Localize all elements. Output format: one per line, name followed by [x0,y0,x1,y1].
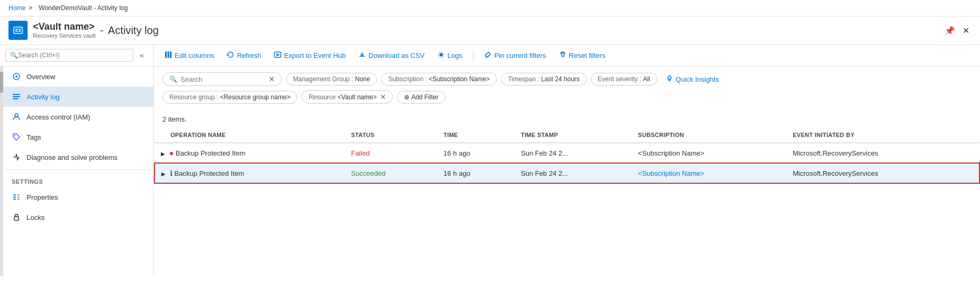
sidebar-item-label: Overview [27,73,55,81]
toolbar: Edit columns Refresh Export to Event Hub… [154,45,980,67]
chip-label: Timespan : [508,75,541,83]
chip-label: Subscription : [388,75,428,83]
sidebar-collapse-btn[interactable]: « [135,49,148,62]
cell-subscription: <Subscription Name> [632,143,786,163]
sidebar-search-input[interactable] [18,52,128,59]
download-icon [358,51,366,60]
sidebar-item-properties[interactable]: Properties [3,187,153,207]
chip-event-severity[interactable]: Event severity : All [591,73,657,86]
svg-point-4 [15,75,18,78]
reset-filters-icon [559,51,566,60]
cell-status: Succeeded [345,163,437,183]
refresh-button[interactable]: Refresh [225,50,263,61]
page-header: <Vault name> Recovery Services vault - A… [0,16,980,45]
pin-button[interactable]: 📌 [942,23,957,38]
cell-operation: ▶ ● Backup Protected Item [154,143,345,163]
export-icon [274,51,281,60]
filter-area: 🔍 ✕ Management Group : None Subscription… [154,67,980,113]
sidebar-nav: Overview Activity log Access control (IA… [3,66,153,276]
cell-time: 16 h ago [437,143,514,163]
sidebar-item-label: Properties [27,193,58,201]
sidebar-item-activity-log[interactable]: Activity log [3,87,153,107]
cell-status: Failed [345,143,437,163]
cell-initiated-by: Microsoft.RecoveryServices [786,163,979,183]
sidebar-item-diagnose[interactable]: Diagnose and solve problems [3,147,153,167]
col-subscription: SUBSCRIPTION [632,127,786,143]
search-clear-btn[interactable]: ✕ [269,75,275,83]
chip-value: None [355,75,371,83]
add-filter-icon: ⊕ [404,93,409,101]
chip-value: <Vault name> [338,93,377,101]
svg-point-8 [15,114,18,117]
vault-title-block: <Vault name> Recovery Services vault [33,21,96,40]
chip-resource[interactable]: Resource <Vault name> ✕ [302,90,393,104]
logs-icon [437,51,445,60]
edit-columns-button[interactable]: Edit columns [162,50,216,61]
search-filter[interactable]: 🔍 ✕ [162,72,282,86]
cell-time: 16 h ago [437,163,514,183]
chip-value: Last 24 hours [541,75,580,83]
diagnose-icon [12,152,21,162]
refresh-icon [227,51,234,60]
vault-subtitle: Recovery Services vault [33,32,96,39]
tags-icon [12,132,21,142]
subscription-link[interactable]: <Subscription Name> [638,169,704,177]
svg-rect-13 [17,194,20,195]
col-operation-name: OPERATION NAME [154,127,345,143]
toolbar-separator [473,50,474,61]
close-button[interactable]: ✕ [960,23,972,38]
operation-name: Backup Protected Item [176,149,246,157]
chip-timespan[interactable]: Timespan : Last 24 hours [501,73,587,86]
cell-subscription: <Subscription Name> [632,163,786,183]
sidebar-item-label: Locks [27,213,45,221]
pin-filters-icon [484,51,492,60]
row-expand-btn[interactable]: ▶ [161,151,165,157]
table-row[interactable]: ▶ ● Backup Protected Item Failed 16 h ag… [154,143,979,163]
sidebar-item-tags[interactable]: Tags [3,127,153,147]
cell-operation: ▶ ℹ Backup Protected Item [154,163,345,183]
logs-button[interactable]: Logs [435,50,465,61]
svg-rect-18 [168,52,169,58]
breadcrumb-home[interactable]: Home [8,4,25,12]
filter-row-1: 🔍 ✕ Management Group : None Subscription… [162,72,972,86]
pin-filters-button[interactable]: Pin current filters [482,50,548,61]
sidebar-item-access-control[interactable]: Access control (IAM) [3,107,153,127]
data-table: OPERATION NAME STATUS TIME TIME STAMP SU… [154,127,980,184]
info-icon: ℹ [170,169,173,177]
table-row[interactable]: ▶ ℹ Backup Protected Item Succeeded 16 h… [154,163,979,183]
chip-resource-group[interactable]: Resource group : <Resource group name> [162,91,297,104]
operation-name: Backup Protected Item [174,169,244,177]
chip-management-group[interactable]: Management Group : None [286,73,377,86]
svg-point-23 [668,76,671,79]
sidebar-item-overview[interactable]: Overview [3,66,153,87]
table-header-row: OPERATION NAME STATUS TIME TIME STAMP SU… [154,127,979,143]
svg-rect-6 [13,96,20,97]
sidebar-search-icon: 🔍 [10,52,18,59]
add-filter-btn[interactable]: ⊕ Add Filter [397,91,445,104]
download-button[interactable]: Download as CSV [356,50,427,61]
svg-rect-17 [165,52,167,58]
svg-rect-7 [13,98,18,99]
svg-rect-19 [170,52,171,58]
col-time-stamp: TIME STAMP [514,127,632,143]
col-status: STATUS [345,127,437,143]
overview-icon [12,72,21,81]
vault-name: <Vault name> [33,21,96,33]
chip-subscription[interactable]: Subscription : <Subscription Name> [381,73,496,86]
chip-label: Resource group : [169,93,220,101]
export-button[interactable]: Export to Event Hub [272,50,348,61]
reset-filters-button[interactable]: Reset filters [557,50,608,61]
chip-resource-clear-btn[interactable]: ✕ [380,93,386,101]
chip-label: Resource [308,93,338,101]
svg-rect-12 [13,199,16,200]
search-input[interactable] [180,75,265,83]
search-icon: 🔍 [169,75,177,83]
items-count: 2 items. [154,113,980,127]
svg-rect-11 [13,196,16,198]
row-expand-btn[interactable]: ▶ [161,171,166,177]
quick-insights-btn[interactable]: Quick Insights [666,75,719,84]
chip-value: <Resource group name> [220,93,290,101]
sidebar-item-locks[interactable]: Locks [3,207,153,227]
cell-timestamp: Sun Feb 24 2... [514,163,632,183]
chip-label: Event severity : [598,75,643,83]
